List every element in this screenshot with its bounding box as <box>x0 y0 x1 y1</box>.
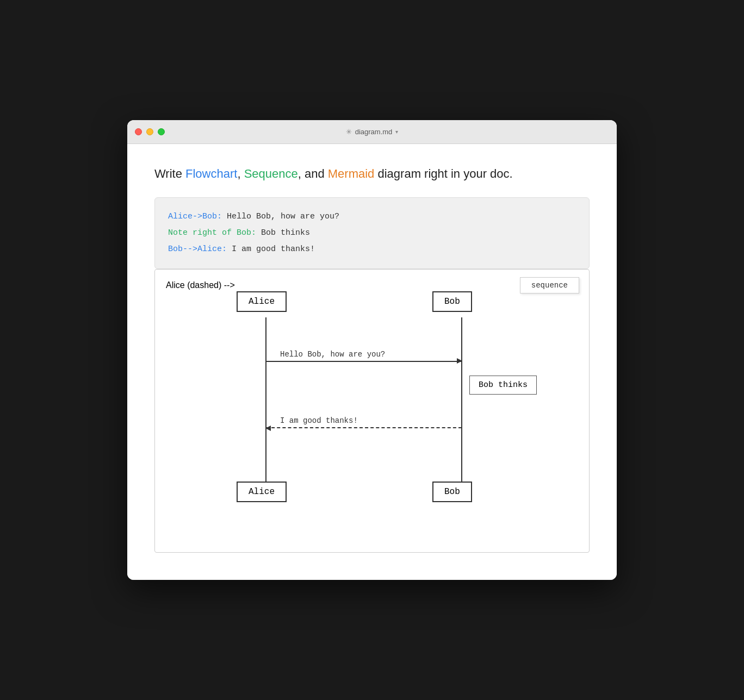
arrowhead-right-1 <box>457 358 462 364</box>
bob-bottom-box: Bob <box>432 482 472 502</box>
note-box: Bob thinks <box>469 376 537 395</box>
code-line-1: Alice->Bob: Hello Bob, how are you? <box>168 209 576 225</box>
close-button[interactable] <box>135 128 142 135</box>
alice-top-box: Alice <box>237 291 287 312</box>
msg1-label: Hello Bob, how are you? <box>280 350 385 359</box>
code-note-prefix: Note right of Bob: <box>168 228 256 238</box>
diagram-container: sequence Alice Bob Hello Bob, how are yo… <box>154 269 590 553</box>
titlebar: ✳ diagram.md ▾ <box>127 120 617 144</box>
bob-lifeline <box>461 317 462 486</box>
code-line-3: Bob-->Alice: I am good thanks! <box>168 241 576 258</box>
chevron-down-icon[interactable]: ▾ <box>395 129 398 135</box>
intro-text-after: diagram right in your doc. <box>374 167 512 180</box>
intro-paragraph: Write Flowchart, Sequence, and Mermaid d… <box>154 166 590 183</box>
alice-lifeline <box>265 317 266 486</box>
sequence-link[interactable]: Sequence <box>244 167 298 180</box>
file-icon: ✳ <box>346 128 352 136</box>
window-title: diagram.md <box>355 128 393 136</box>
code-line3-text: I am good thanks! <box>227 245 315 254</box>
app-window: ✳ diagram.md ▾ Write Flowchart, Sequence… <box>127 120 617 580</box>
mermaid-link[interactable]: Mermaid <box>328 167 375 180</box>
flowchart-link[interactable]: Flowchart <box>185 167 237 180</box>
intro-text-before: Write <box>154 167 185 180</box>
minimize-button[interactable] <box>146 128 153 135</box>
arrow-alice-to-bob <box>266 361 462 362</box>
arrowhead-left-1 <box>265 426 271 431</box>
sequence-diagram: Alice Bob Hello Bob, how are you? Bob th… <box>166 280 578 541</box>
code-block: Alice->Bob: Hello Bob, how are you? Note… <box>154 197 590 269</box>
intro-text-mid1: , <box>237 167 244 180</box>
code-line2-text: Bob thinks <box>256 228 310 238</box>
window-title-group: ✳ diagram.md ▾ <box>346 128 399 136</box>
code-bob-alice: Bob-->Alice: <box>168 245 227 254</box>
window-content: Write Flowchart, Sequence, and Mermaid d… <box>127 144 617 580</box>
code-line-2: Note right of Bob: Bob thinks <box>168 225 576 241</box>
intro-text-mid2: , and <box>298 167 328 180</box>
arrow-bob-to-alice <box>266 427 462 428</box>
code-alice-bob: Alice->Bob: <box>168 212 222 221</box>
maximize-button[interactable] <box>158 128 165 135</box>
bob-top-box: Bob <box>432 291 472 312</box>
alice-bottom-box: Alice <box>237 482 287 502</box>
code-line1-text: Hello Bob, how are you? <box>222 212 339 221</box>
traffic-lights <box>135 128 165 135</box>
msg2-label: I am good thanks! <box>280 416 358 425</box>
